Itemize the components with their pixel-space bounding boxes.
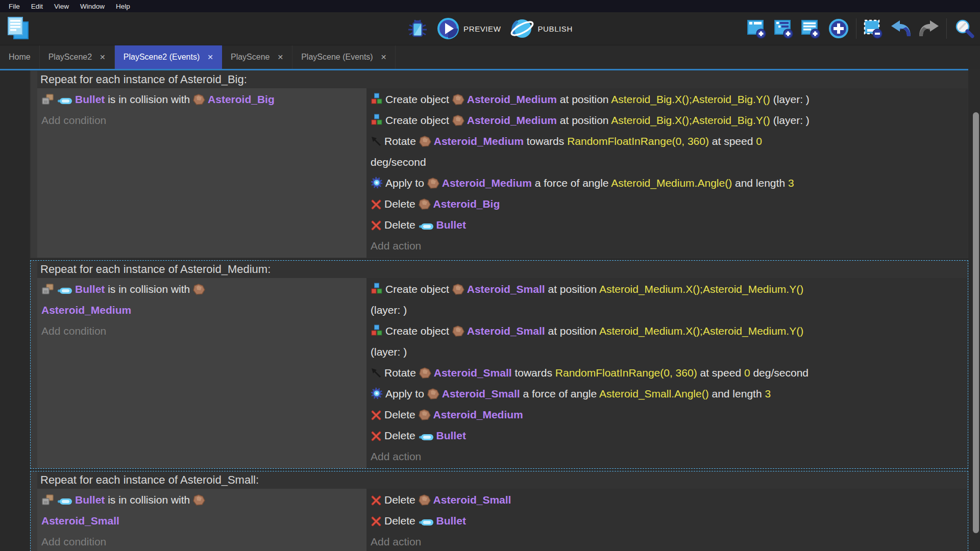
sentence-text: Rotate (384, 367, 419, 379)
sentence-text: Apply to (385, 177, 427, 189)
tab-playscene2-events-[interactable]: PlayScene2 (Events)✕ (115, 45, 222, 69)
tab-close-icon[interactable]: ✕ (207, 53, 213, 61)
action-row[interactable]: Delete Asteroid_Medium (371, 404, 964, 425)
menu-item-window[interactable]: Window (75, 0, 110, 12)
sentence-text: deg/second (371, 156, 426, 168)
publish-button[interactable]: PUBLISH (510, 17, 573, 40)
menu-item-view[interactable]: View (48, 0, 75, 12)
action-row[interactable]: Delete Asteroid_Big (371, 193, 964, 214)
event-block[interactable]: Repeat for each instance of Asteroid_Big… (30, 70, 968, 258)
tab-close-icon[interactable]: ✕ (277, 53, 283, 61)
add-condition[interactable]: Add condition (41, 110, 362, 131)
action-row[interactable]: Apply to Asteroid_Medium a force of angl… (371, 172, 964, 193)
publish-label: PUBLISH (538, 24, 573, 33)
sentence-text: (layer: ) (770, 114, 810, 126)
menu-item-help[interactable]: Help (110, 0, 136, 12)
expression: 0 (756, 135, 762, 147)
sentence-text: at position (557, 93, 611, 105)
actions-column: Create object Asteroid_Small at position… (366, 278, 968, 468)
object-name: Bullet (75, 93, 105, 105)
object-name: Asteroid_Small (433, 494, 511, 506)
preview-play-icon (437, 17, 459, 40)
add-event-icon[interactable] (747, 18, 767, 39)
tab-close-icon[interactable]: ✕ (381, 53, 387, 61)
menu-item-file[interactable]: File (3, 0, 26, 12)
object-name: Bullet (75, 283, 105, 295)
event-header[interactable]: Repeat for each instance of Asteroid_Sma… (37, 471, 968, 489)
preview-button[interactable]: PREVIEW (437, 17, 501, 40)
sentence-text: Delete (384, 198, 419, 210)
asteroid-icon (193, 94, 205, 105)
add-comment-icon[interactable] (801, 18, 821, 39)
delete-icon (371, 495, 382, 506)
action-row[interactable]: Apply to Asteroid_Small a force of angle… (371, 383, 964, 404)
asteroid-icon (193, 494, 205, 506)
sentence-text: Rotate (384, 135, 419, 147)
event-drag-handle[interactable] (31, 261, 37, 468)
action-row[interactable]: Create object Asteroid_Medium at positio… (371, 89, 964, 110)
menu-item-edit[interactable]: Edit (26, 0, 48, 12)
tab-playscene[interactable]: PlayScene✕ (222, 45, 292, 69)
condition-row[interactable]: Bullet is in collision with Asteroid_Big (41, 89, 362, 110)
create-object-icon (371, 324, 383, 337)
object-name: Asteroid_Small (467, 283, 545, 295)
add-action[interactable]: Add action (371, 235, 964, 256)
vertical-scrollbar[interactable] (972, 69, 980, 551)
expression: 0 (744, 367, 750, 379)
add-event-circle-icon[interactable] (828, 18, 849, 39)
add-condition[interactable]: Add condition (41, 320, 362, 341)
add-condition[interactable]: Add condition (41, 531, 362, 551)
remove-selection-icon[interactable] (863, 18, 884, 39)
action-row[interactable]: Delete Asteroid_Small (371, 489, 964, 510)
object-name: Asteroid_Medium (442, 177, 532, 189)
asteroid-icon (452, 94, 464, 105)
condition-row[interactable]: Bullet is in collision with Asteroid_Med… (41, 279, 362, 320)
undo-icon[interactable] (890, 19, 912, 38)
scrollbar-thumb[interactable] (973, 112, 979, 533)
object-name: Bullet (436, 430, 466, 441)
tab-close-icon[interactable]: ✕ (100, 53, 106, 61)
bullet-icon (419, 433, 434, 441)
event-block[interactable]: Repeat for each instance of Asteroid_Sma… (30, 471, 968, 551)
tab-label: PlayScene2 (Events) (124, 53, 200, 62)
sentence-text: Delete (384, 430, 419, 441)
add-subevent-icon[interactable] (774, 18, 794, 39)
add-action[interactable]: Add action (371, 531, 964, 551)
condition-row[interactable]: Bullet is in collision with Asteroid_Sma… (41, 489, 362, 531)
tab-home[interactable]: Home (0, 45, 40, 69)
bullet-icon (419, 518, 434, 527)
event-drag-handle[interactable] (31, 71, 37, 258)
tab-playscene-events-[interactable]: PlayScene (Events)✕ (292, 45, 396, 69)
action-row[interactable]: Create object Asteroid_Medium at positio… (371, 110, 964, 131)
redo-icon[interactable] (918, 19, 940, 38)
object-name: Asteroid_Small (442, 388, 520, 399)
rotate-icon (371, 367, 382, 379)
action-row[interactable]: Delete Bullet (371, 425, 964, 446)
action-row[interactable]: Delete Bullet (371, 510, 964, 531)
add-action[interactable]: Add action (371, 446, 964, 467)
action-row[interactable]: Rotate Asteroid_Small towards RandomFloa… (371, 362, 964, 383)
debugger-icon[interactable] (407, 19, 428, 38)
action-row[interactable]: Create object Asteroid_Small at position… (371, 279, 964, 320)
publish-globe-icon (510, 17, 534, 40)
asteroid-icon (193, 284, 205, 295)
event-header[interactable]: Repeat for each instance of Asteroid_Big… (37, 71, 968, 88)
sentence-text: at position (545, 325, 599, 337)
event-block[interactable]: Repeat for each instance of Asteroid_Med… (30, 260, 968, 469)
event-body: Bullet is in collision with Asteroid_Sma… (37, 489, 968, 551)
collision-icon (41, 284, 55, 295)
tab-playscene2[interactable]: PlayScene2✕ (40, 45, 115, 69)
event-header[interactable]: Repeat for each instance of Asteroid_Med… (37, 261, 968, 278)
search-icon[interactable] (953, 18, 975, 39)
tab-label: PlayScene (Events) (301, 53, 373, 62)
event-drag-handle[interactable] (31, 471, 37, 551)
action-row[interactable]: Create object Asteroid_Small at position… (371, 320, 964, 362)
object-name: Asteroid_Medium (41, 304, 131, 316)
action-row[interactable]: Delete Bullet (371, 214, 964, 235)
action-row[interactable]: Rotate Asteroid_Medium towards RandomFlo… (371, 131, 964, 172)
sentence-text: deg/second (750, 367, 808, 379)
sentence-text: Create object (385, 325, 452, 337)
events-list: Repeat for each instance of Asteroid_Big… (30, 70, 968, 551)
sentence-text: at position (545, 283, 599, 295)
expression: Asteroid_Medium.X();Asteroid_Medium.Y() (599, 325, 803, 337)
